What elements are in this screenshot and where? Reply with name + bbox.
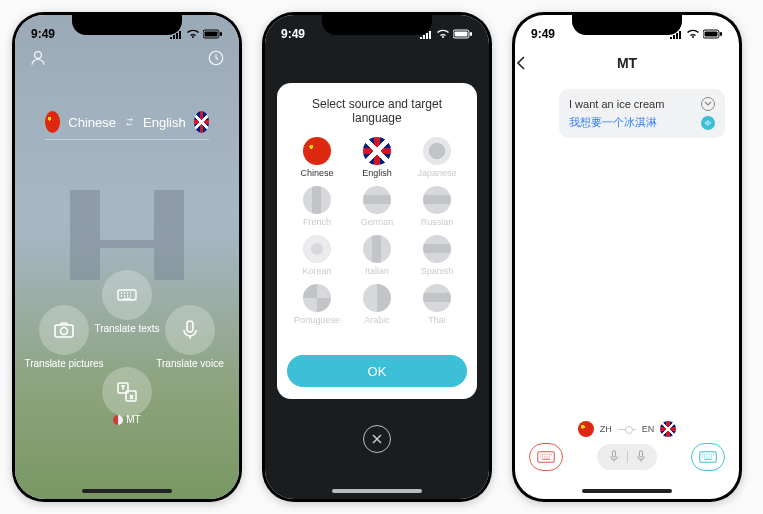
flag-russian-icon: [423, 186, 451, 214]
phone-screen-chat: 9:49 MT I want an ice cream 我想要一个冰淇淋: [512, 12, 742, 502]
language-option-thai: Thai: [407, 282, 467, 327]
svg-rect-13: [470, 32, 472, 36]
flag-japanese-icon: [423, 137, 451, 165]
flag-china-icon: [45, 111, 60, 133]
keyboard-icon: [115, 283, 139, 307]
history-icon[interactable]: [207, 49, 225, 67]
status-time: 9:49: [281, 27, 305, 41]
translate-voice-button[interactable]: [165, 305, 215, 355]
language-option-portuguese: Portuguese: [287, 282, 347, 327]
brand-label: MT: [15, 414, 239, 425]
source-lang-code: ZH: [600, 424, 612, 434]
swap-icon[interactable]: [124, 114, 135, 130]
message-bubble[interactable]: I want an ice cream 我想要一个冰淇淋: [559, 89, 725, 138]
profile-icon[interactable]: [29, 49, 47, 67]
language-label: Chinese: [300, 168, 333, 178]
battery-icon: [203, 29, 223, 39]
status-time: 9:49: [31, 27, 55, 41]
keyboard-source-button[interactable]: [529, 443, 563, 471]
language-option-italian: Italian: [347, 233, 407, 278]
language-option-arabic: Arabic: [347, 282, 407, 327]
svg-rect-18: [612, 451, 615, 457]
home-indicator: [582, 489, 672, 493]
ok-button[interactable]: OK: [287, 355, 467, 387]
camera-icon: [52, 318, 76, 342]
expand-button[interactable]: [701, 97, 715, 111]
flag-spanish-icon: [423, 235, 451, 263]
flag-arabic-icon: [363, 284, 391, 312]
flag-uk-icon: [363, 137, 391, 165]
keyboard-icon: [699, 450, 717, 464]
target-lang-code: EN: [642, 424, 655, 434]
language-label: Spanish: [421, 266, 454, 276]
translate-texts-label: Translate texts: [82, 323, 172, 334]
language-label: Russian: [421, 217, 454, 227]
language-option-german: German: [347, 184, 407, 229]
voice-input-button[interactable]: [597, 444, 657, 470]
svg-rect-15: [705, 32, 718, 37]
status-time: 9:49: [531, 27, 555, 41]
flag-german-icon: [363, 186, 391, 214]
keyboard-icon: [537, 450, 555, 464]
language-label: Italian: [365, 266, 389, 276]
swap-toggle[interactable]: [618, 429, 636, 430]
play-audio-button[interactable]: [701, 116, 715, 130]
bottom-bar: ZH EN: [515, 421, 739, 481]
language-label: Portuguese: [294, 315, 340, 325]
message-source-text: I want an ice cream: [569, 98, 664, 110]
language-option-japanese: Japanese: [407, 135, 467, 180]
battery-icon: [703, 29, 723, 39]
phone-screen-language-select: 9:49 Select source and target language C…: [262, 12, 492, 502]
wifi-icon: [686, 29, 700, 39]
close-icon: [371, 433, 383, 445]
flag-china-icon: [303, 137, 331, 165]
translate-document-button[interactable]: [102, 367, 152, 417]
chat-title: MT: [515, 55, 739, 71]
keyboard-target-button[interactable]: [691, 443, 725, 471]
language-option-french: French: [287, 184, 347, 229]
flag-korean-icon: [303, 235, 331, 263]
flag-china-icon: [578, 421, 594, 437]
svg-point-7: [61, 328, 68, 335]
svg-rect-16: [720, 32, 722, 36]
phone-screen-home: 9:49 Chinese English Translate texts Tra…: [12, 12, 242, 502]
battery-icon: [453, 29, 473, 39]
flag-uk-icon: [194, 111, 209, 133]
message-target-text: 我想要一个冰淇淋: [569, 115, 657, 130]
flag-portuguese-icon: [303, 284, 331, 312]
modal-title: Select source and target language: [287, 97, 467, 125]
svg-rect-12: [455, 32, 468, 37]
translate-pictures-label: Translate pictures: [19, 358, 109, 369]
language-label: Japanese: [417, 168, 456, 178]
chevron-down-icon: [704, 101, 712, 107]
wifi-icon: [436, 29, 450, 39]
language-label: Arabic: [364, 315, 390, 325]
home-indicator: [82, 489, 172, 493]
sound-icon: [704, 119, 712, 127]
translate-texts-button[interactable]: [102, 270, 152, 320]
close-button[interactable]: [363, 425, 391, 453]
microphone-icon: [636, 450, 646, 464]
flag-italian-icon: [363, 235, 391, 263]
language-option-spanish: Spanish: [407, 233, 467, 278]
language-label: French: [303, 217, 331, 227]
language-label: Korean: [302, 266, 331, 276]
language-label: German: [361, 217, 394, 227]
chat-header: MT: [515, 49, 739, 77]
language-label: Thai: [428, 315, 446, 325]
flag-uk-icon: [660, 421, 676, 437]
flag-thai-icon: [423, 284, 451, 312]
language-option-chinese[interactable]: Chinese: [287, 135, 347, 180]
language-option-english[interactable]: English: [347, 135, 407, 180]
translate-voice-label: Translate voice: [145, 358, 235, 369]
translate-pictures-button[interactable]: [39, 305, 89, 355]
flag-french-icon: [303, 186, 331, 214]
svg-rect-1: [205, 32, 218, 37]
wifi-icon: [186, 29, 200, 39]
language-option-russian: Russian: [407, 184, 467, 229]
language-pair-bar[interactable]: Chinese English: [45, 111, 209, 140]
home-indicator: [332, 489, 422, 493]
source-language-label: Chinese: [68, 115, 116, 130]
microphone-icon: [178, 318, 202, 342]
language-select-modal: Select source and target language Chines…: [277, 83, 477, 399]
